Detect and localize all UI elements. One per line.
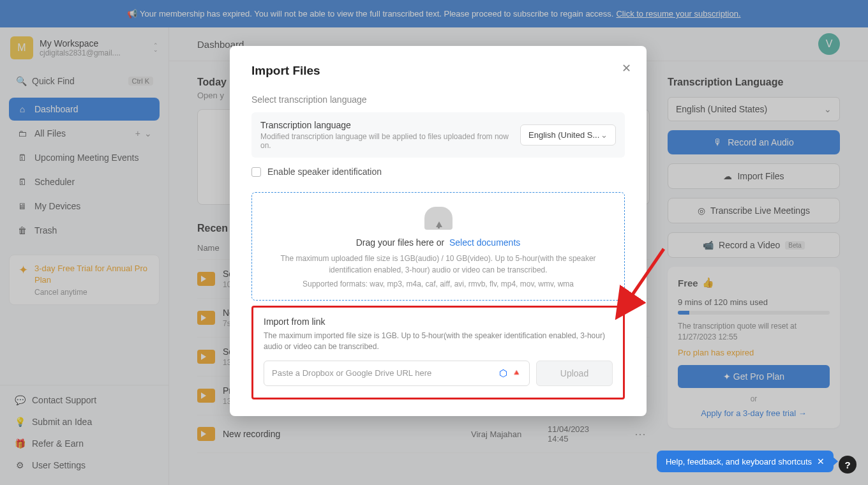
upload-cloud-icon <box>424 207 453 230</box>
import-link-title: Import from link <box>264 317 613 327</box>
close-icon[interactable]: ✕ <box>622 61 631 75</box>
help-text: Help, feedback, and keyboard shortcuts <box>666 457 812 466</box>
import-link-desc: The maximum imported file size is 1GB. U… <box>264 331 613 353</box>
import-from-link-highlight: Import from link The maximum imported fi… <box>251 306 625 399</box>
upload-button[interactable]: Upload <box>536 361 613 386</box>
select-lang-label: Select transcription language <box>251 94 625 105</box>
google-drive-icon: 🔺 <box>511 368 521 379</box>
lang-desc: Modified transcription language will be … <box>260 132 511 150</box>
checkbox-label: Enable speaker identification <box>267 167 382 177</box>
dropzone-text: Drag your files here or Select documents <box>264 237 613 248</box>
help-tooltip[interactable]: Help, feedback, and keyboard shortcuts ✕ <box>657 451 834 472</box>
help-button[interactable]: ? <box>839 456 857 474</box>
dropbox-icon: ⬡ <box>499 368 507 379</box>
dropzone-formats: Supported formats: wav, mp3, m4a, caf, a… <box>264 280 613 288</box>
transcription-language-row: Transcription language Modified transcri… <box>251 112 625 158</box>
dropzone-size-desc: The maximum uploaded file size is 1GB(au… <box>264 253 613 276</box>
import-files-modal: Import Files ✕ Select transcription lang… <box>230 46 647 416</box>
checkbox-icon[interactable] <box>251 167 261 177</box>
close-icon[interactable]: ✕ <box>817 456 825 466</box>
file-dropzone[interactable]: Drag your files here or Select documents… <box>251 192 625 301</box>
select-documents-link[interactable]: Select documents <box>449 237 520 248</box>
modal-language-select[interactable]: English (United S... <box>520 124 616 146</box>
speaker-id-checkbox[interactable]: Enable speaker identification <box>251 167 625 177</box>
link-url-input[interactable]: Paste a Dropbox or Google Drive URL here… <box>264 361 530 386</box>
modal-title: Import Files <box>251 64 625 78</box>
lang-label: Transcription language <box>260 120 511 130</box>
link-placeholder: Paste a Dropbox or Google Drive URL here <box>272 368 431 378</box>
dz-prefix: Drag your files here or <box>356 237 445 248</box>
